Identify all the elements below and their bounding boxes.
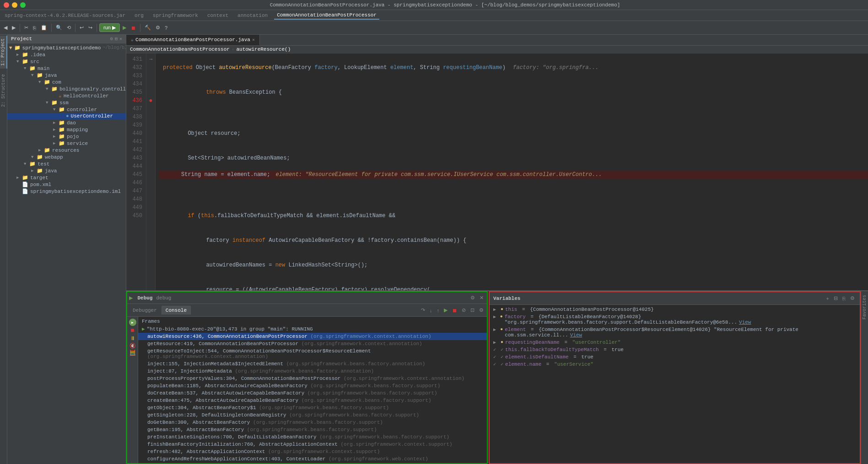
tree-com[interactable]: ▼ 📁 com — [7, 79, 126, 85]
tree-main[interactable]: ▼ 📁 main — [7, 65, 126, 72]
breakpoint-436[interactable]: ● — [146, 96, 155, 105]
debug-step-into[interactable]: ↓ — [428, 307, 434, 314]
run-button[interactable]: run ▶ — [99, 23, 120, 32]
debug-close-icon[interactable]: ✕ — [478, 294, 485, 301]
close-panel-icon[interactable]: ✕ — [119, 36, 122, 42]
var-element[interactable]: ▶ ● element = {CommonAnnotationBeanPostP… — [490, 326, 860, 339]
tree-user-controller[interactable]: ● UserController — [7, 113, 126, 119]
expand-icon[interactable]: ⊞ — [115, 36, 118, 42]
tree-test-java[interactable]: ▶ 📁 java — [7, 167, 126, 174]
find-button[interactable]: 🔍 — [54, 24, 64, 32]
var-toggle-element[interactable]: ▶ — [493, 327, 499, 332]
debug-mute-btn[interactable]: ⊘ — [460, 307, 467, 314]
ann-tab-processor[interactable]: CommonAnnotationBeanPostProcessor — [274, 11, 379, 20]
frame-item-5[interactable]: inject:87, InjectionMetadata (org.spring… — [138, 368, 487, 375]
var-toggle-fallback[interactable]: ✓ — [493, 347, 500, 352]
help-button[interactable]: ? — [163, 24, 169, 32]
ann-tab-sources[interactable]: spring-context-4.0.2.RELEASE-sources.jar — [2, 12, 128, 19]
tab-close-icon[interactable]: ✕ — [252, 37, 255, 43]
tree-src[interactable]: ▼ 📁 src — [7, 58, 126, 65]
gear-icon[interactable]: ⚙ — [110, 36, 113, 42]
back-button[interactable]: ◀ — [2, 24, 9, 32]
thread-item[interactable]: ▶ "http-bio-8080-exec-20"@13,473 in grou… — [138, 325, 487, 333]
var-filter[interactable]: ⊟ — [832, 295, 839, 302]
debug-tab-console[interactable]: Console — [162, 306, 191, 315]
build-button[interactable]: 🔨 — [143, 24, 153, 32]
var-settings[interactable]: ⚙ — [849, 295, 856, 302]
tree-test[interactable]: ▼ 📁 test — [7, 160, 126, 167]
eval-icon[interactable]: 🧮 — [129, 350, 136, 356]
forward-button[interactable]: ▶ — [10, 24, 17, 32]
debug-resume-btn[interactable]: ▶ — [442, 307, 449, 314]
var-this[interactable]: ▶ ● this = {CommonAnnotationBeanPostProc… — [490, 306, 860, 313]
window-controls[interactable] — [4, 2, 26, 8]
frame-item-11[interactable]: getSingleton:228, DefaultSingletonBeanRe… — [138, 411, 487, 419]
frame-item-6[interactable]: postProcessPropertyValues:304, CommonAnn… — [138, 375, 487, 382]
ann-tab-springframework[interactable]: springframework — [150, 12, 201, 19]
frame-item-4[interactable]: inject:155, InjectionMetadata$InjectedEl… — [138, 360, 487, 368]
debug-step-out[interactable]: ↑ — [436, 307, 441, 314]
tree-idea[interactable]: ▶ 📁 .idea — [7, 51, 126, 58]
editor-tab-main[interactable]: ☕ CommonAnnotationBeanPostProcessor.java… — [126, 35, 260, 45]
var-copy[interactable]: ⎘ — [841, 295, 847, 302]
redo-button[interactable]: ↪ — [86, 24, 94, 32]
frame-item-7[interactable]: populateBean:1185, AbstractAutowireCapab… — [138, 382, 487, 389]
tree-root[interactable]: ▼ 📁 springmybatisexceptiondemo ~/blog/bl… — [7, 44, 126, 51]
resume-circle-icon[interactable]: ▶ — [129, 319, 136, 326]
var-factory[interactable]: ▶ ● factory = {DefaultListableBeanFactor… — [490, 313, 860, 326]
debug-settings2-btn[interactable]: ⚙ — [478, 307, 485, 314]
debug-run-button[interactable]: ▶ — [121, 24, 128, 32]
tree-boling[interactable]: ▼ 📁 bolingcavalry.controller — [7, 85, 126, 92]
frame-item-14[interactable]: preInstantiateSingletons:700, DefaultLis… — [138, 433, 487, 441]
tree-controller[interactable]: ▼ 📁 controller — [7, 106, 126, 113]
frame-item-10[interactable]: getObject:304, AbstractBeanFactory$1 (or… — [138, 404, 487, 411]
tree-resources[interactable]: ▶ 📁 resources — [7, 147, 126, 154]
pause-icon[interactable]: ⏸ — [130, 335, 135, 342]
close-button[interactable] — [4, 2, 9, 8]
settings-button[interactable]: ⚙ — [154, 24, 162, 32]
frame-item-13[interactable]: getBean:195, AbstractBeanFactory (org.sp… — [138, 426, 487, 433]
var-is-default[interactable]: ✓ ✓ element.isDefaultName = true — [490, 353, 860, 361]
tree-target[interactable]: ▶ 📁 target — [7, 174, 126, 181]
cut-button[interactable]: ✂ — [22, 24, 30, 32]
frame-item-3[interactable]: getResourceToInject:544, CommonAnnotatio… — [138, 347, 487, 360]
tree-mapping[interactable]: ▶ 📁 mapping — [7, 126, 126, 133]
replace-button[interactable]: ⟲ — [65, 24, 73, 32]
debug-tab-debugger[interactable]: Debugger — [129, 306, 161, 315]
frame-item-17[interactable]: configureAndRefreshWebApplicationContext… — [138, 455, 487, 463]
debug-resume-icon[interactable]: ▶ — [129, 294, 133, 302]
var-toggle-factory[interactable]: ▶ — [493, 314, 499, 320]
ann-tab-annotation[interactable]: annotation — [235, 12, 270, 19]
var-toggle-isdefault[interactable]: ✓ — [493, 354, 500, 360]
frame-item-2[interactable]: getResource:419, CommonAnnotationBeanPos… — [138, 340, 487, 347]
project-tab[interactable]: 1: Project — [0, 36, 7, 69]
copy-button[interactable]: ⎘ — [31, 24, 38, 32]
var-toggle-this[interactable]: ▶ — [493, 307, 500, 312]
stop-button[interactable]: ⏹ — [129, 24, 138, 32]
debug-step-over[interactable]: ↷ — [420, 307, 426, 314]
tree-webapp[interactable]: ▼ 📁 webapp — [7, 154, 126, 160]
var-element-name[interactable]: ✓ ✓ element.name = "userService" — [490, 361, 860, 368]
var-toggle-requesting[interactable]: ▶ — [493, 340, 500, 345]
code-content[interactable]: protected Object autowireResource(BeanFa… — [156, 53, 868, 290]
frame-item-12[interactable]: doGetBean:300, AbstractBeanFactory (org.… — [138, 419, 487, 426]
tree-service[interactable]: ▶ 📁 service — [7, 140, 126, 147]
var-toggle-elemname[interactable]: ✓ — [493, 362, 500, 367]
breadcrumb-method[interactable]: autowireResource() — [236, 47, 291, 52]
breadcrumb-class[interactable]: CommonAnnotationBeanPostProcessor — [130, 47, 230, 52]
var-add-watch[interactable]: + — [825, 295, 830, 302]
mute-icon[interactable]: 🔇 — [129, 343, 136, 349]
ann-tab-org[interactable]: org — [132, 12, 146, 19]
tree-ssm[interactable]: ▼ 📁 ssm — [7, 99, 126, 106]
frame-item-8[interactable]: doCreateBean:537, AbstractAutowireCapabl… — [138, 389, 487, 397]
tree-iml[interactable]: 📄 springmybatisexceptiondemo.iml — [7, 188, 126, 195]
structure-tab[interactable]: 2: Structure — [0, 71, 7, 110]
tree-pom[interactable]: 📄 pom.xml — [7, 181, 126, 188]
debug-view-btn[interactable]: ⊡ — [469, 307, 476, 314]
debug-settings-icon[interactable]: ⚙ — [469, 294, 476, 301]
tree-dao[interactable]: ▶ 📁 dao — [7, 119, 126, 126]
frame-item-9[interactable]: createBean:475, AbstractAutowireCapableB… — [138, 397, 487, 404]
var-fallback[interactable]: ✓ ✓ this.fallbackToDefaultTypeMatch = tr… — [490, 346, 860, 353]
debug-stop-btn[interactable]: ⏹ — [451, 307, 458, 314]
frame-item-16[interactable]: refresh:482, AbstractApplicationContext … — [138, 448, 487, 455]
